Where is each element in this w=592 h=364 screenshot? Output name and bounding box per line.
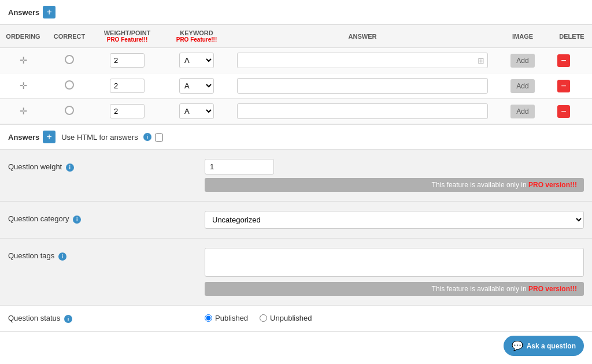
minus-icon-1: − [561,81,566,91]
table-row: ✛ ABC Add [0,73,592,99]
cell-weight-2 [92,99,162,124]
correct-radio-0[interactable] [65,55,74,64]
question-tags-control: This feature is available only in PRO ve… [205,248,584,296]
minus-icon-2: − [561,106,566,117]
cell-answer-2 [231,99,494,124]
page-wrapper: Answers + ORDERING CORRECT WEIGHT/POINT … [0,0,592,364]
add-image-btn-1[interactable]: Add [510,79,534,93]
weight-input-1[interactable] [110,79,145,93]
cell-ordering-2: ✛ [0,99,46,124]
cell-image-1: Add [494,73,552,99]
cell-answer-0: ⊞ [231,48,494,73]
status-radio-group: Published Unpublished [205,314,312,322]
chat-icon: 💬 [512,340,523,351]
cell-ordering-0: ✛ [0,48,46,73]
question-tags-label: Question tags i [8,248,205,261]
delete-btn-1[interactable]: − [557,80,570,92]
weight-pro-banner: This feature is available only in PRO ve… [205,178,584,192]
answers-title: Answers [8,8,39,17]
status-unpublished-label: Unpublished [270,314,312,322]
table-header-row: ORDERING CORRECT WEIGHT/POINT PRO Featur… [0,25,592,48]
cell-ordering-1: ✛ [0,73,46,99]
cell-weight-0 [92,48,162,73]
status-published-radio[interactable] [205,314,212,322]
question-weight-label: Question weight i [8,159,205,172]
col-answer: ANSWER [231,25,494,48]
col-weight: WEIGHT/POINT PRO Feature!!! [92,25,162,48]
keyword-select-0[interactable]: ABC [179,53,214,68]
ask-question-button[interactable]: 💬 Ask a question [504,336,584,356]
answers-header: Answers + [0,0,592,25]
question-tags-input[interactable] [205,248,584,277]
status-unpublished-radio[interactable] [260,314,267,322]
answers-table: ORDERING CORRECT WEIGHT/POINT PRO Featur… [0,25,592,124]
cell-delete-1: − [552,73,592,99]
drag-icon-0[interactable]: ✛ [20,55,27,65]
status-published-label: Published [215,314,248,322]
status-published-option[interactable]: Published [205,314,248,322]
add-answer-button-top[interactable]: + [43,6,56,18]
ask-question-label: Ask a question [527,342,576,350]
cell-image-0: Add [494,48,552,73]
col-keyword: KEYWORD PRO Feature!!! [162,25,231,48]
question-category-control: Uncategorized [205,211,584,229]
question-weight-section: Question weight i This feature is availa… [0,150,592,202]
drag-icon-2[interactable]: ✛ [20,106,27,116]
plus-icon-top: + [47,8,52,17]
cell-correct-0 [46,48,92,73]
status-unpublished-option[interactable]: Unpublished [260,314,312,322]
cell-image-2: Add [494,99,552,124]
cell-weight-1 [92,73,162,99]
add-image-btn-0[interactable]: Add [510,54,534,68]
table-row: ✛ ABC Add [0,99,592,124]
cell-answer-1 [231,73,494,99]
keyword-pro-label: PRO Feature!!! [168,36,225,43]
plus-icon-bottom: + [47,132,52,142]
html-answers-label: Use HTML for answers [61,133,138,142]
cell-correct-1 [46,73,92,99]
question-weight-input[interactable] [205,159,274,174]
correct-radio-2[interactable] [65,106,74,115]
answer-icon-0: ⊞ [478,56,484,65]
keyword-select-2[interactable]: ABC [179,103,214,119]
cell-keyword-1: ABC [162,73,231,99]
question-weight-control: This feature is available only in PRO ve… [205,159,584,192]
cell-keyword-2: ABC [162,99,231,124]
html-info-icon: i [143,133,151,141]
question-category-label: Question category i [8,211,205,224]
weight-input-0[interactable] [110,53,145,68]
tags-pro-banner: This feature is available only in PRO ve… [205,282,584,296]
correct-radio-1[interactable] [65,80,74,90]
col-ordering: ORDERING [0,25,46,48]
col-delete: DELETE [552,25,592,48]
cell-keyword-0: ABC [162,48,231,73]
delete-btn-2[interactable]: − [557,105,570,118]
answer-input-0[interactable] [237,53,488,68]
cell-delete-0: − [552,48,592,73]
tags-info-icon: i [58,252,66,261]
cell-correct-2 [46,99,92,124]
table-row: ✛ ABC ⊞ Add [0,48,592,73]
col-image: IMAGE [494,25,552,48]
col-correct: CORRECT [46,25,92,48]
weight-pro-label: PRO Feature!!! [98,36,156,43]
drag-icon-1[interactable]: ✛ [20,81,27,91]
answer-input-1[interactable] [237,78,488,94]
category-info-icon: i [73,216,81,224]
question-category-select[interactable]: Uncategorized [205,211,584,229]
weight-info-icon: i [66,164,74,172]
weight-input-2[interactable] [110,104,145,118]
answer-input-2[interactable] [237,103,488,119]
answers-footer: Answers + Use HTML for answers i [0,124,592,150]
html-answers-checkbox[interactable] [155,133,163,142]
question-tags-section: Question tags i This feature is availabl… [0,239,592,306]
minus-icon-0: − [561,55,566,66]
add-image-btn-2[interactable]: Add [510,105,534,118]
cell-delete-2: − [552,99,592,124]
question-category-section: Question category i Uncategorized [0,202,592,239]
question-status-label: Question status i [8,314,205,323]
delete-btn-0[interactable]: − [557,54,570,67]
add-answer-button-bottom[interactable]: + [43,131,56,143]
keyword-select-1[interactable]: ABC [179,78,214,94]
status-info-icon: i [64,315,72,323]
